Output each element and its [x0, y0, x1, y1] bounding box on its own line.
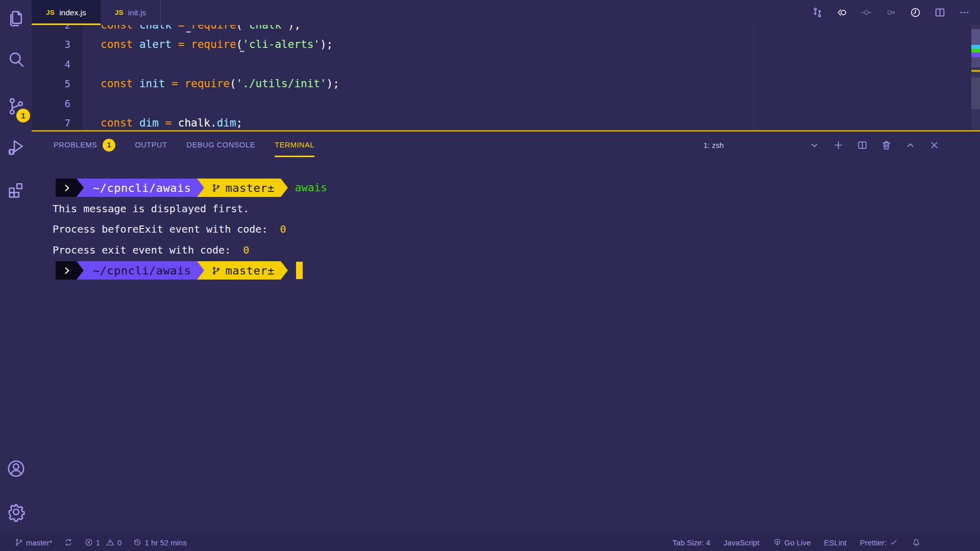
activity-bar: 1	[0, 0, 32, 534]
branch-icon	[14, 538, 23, 547]
activity-item-extensions[interactable]	[0, 178, 32, 202]
terminal-output-line: This message is displayed first.	[53, 198, 970, 219]
back-icon	[836, 6, 848, 19]
terminal-shell-label[interactable]: 1: zsh	[703, 132, 724, 158]
code-line: 4	[32, 55, 980, 74]
editor-actions	[811, 0, 971, 25]
tab-group: JSindex.jsJSinit.js	[32, 0, 160, 25]
error-icon	[84, 538, 93, 547]
code-lines: 2const chalk = require('chalk');3const a…	[32, 25, 980, 130]
code-text: const dim = chalk.dim;	[101, 117, 242, 129]
nav-back-icon[interactable]	[836, 6, 848, 19]
code-editor[interactable]: 2const chalk = require('chalk');3const a…	[32, 25, 980, 130]
bell-icon	[912, 538, 921, 547]
panel-tab-debug-console[interactable]: DEBUG CONSOLE	[187, 132, 255, 158]
source-control-badge: 1	[16, 109, 30, 122]
close-panel-button[interactable]	[928, 139, 940, 151]
prettier-status[interactable]: Prettier:	[860, 538, 898, 547]
activity-item-source-control[interactable]: 1	[0, 94, 32, 118]
prompt-branch: master±	[225, 182, 274, 194]
scrollbar-thumb[interactable]	[971, 78, 980, 109]
git-compare-icon[interactable]	[811, 6, 824, 19]
problem-dots: …	[186, 26, 191, 34]
files-icon	[6, 8, 27, 29]
tab-separator	[160, 0, 161, 25]
editor-panel-divider[interactable]	[32, 130, 980, 132]
clock-icon	[133, 538, 142, 547]
line-number: 6	[32, 98, 70, 109]
activity-item-account[interactable]	[0, 456, 32, 481]
more-icon	[958, 6, 971, 19]
editor-ruler	[753, 25, 754, 130]
activity-item-run-debug[interactable]	[0, 135, 32, 159]
panel-tab-label: DEBUG CONSOLE	[187, 141, 255, 149]
kill-terminal-button[interactable]	[880, 139, 892, 151]
new-terminal-button[interactable]	[832, 139, 844, 151]
terminal-panel[interactable]: PROBLEMS1OUTPUTDEBUG CONSOLETERMINAL 1: …	[32, 132, 980, 534]
status-left: master*101 hr 52 mins	[0, 538, 187, 547]
node-icon	[860, 6, 873, 19]
notifications-bell[interactable]	[912, 538, 921, 547]
terminal-picker-dropdown[interactable]	[808, 139, 820, 151]
vscode-window: { "colors": { "background": "#2D2B55", "…	[0, 0, 980, 551]
split-terminal-button[interactable]	[856, 139, 868, 151]
panel-tab-problems[interactable]: PROBLEMS1	[54, 132, 115, 158]
panel-tab-label: TERMINAL	[275, 141, 314, 149]
activity-item-settings[interactable]	[0, 499, 32, 524]
editor-tab-init.js[interactable]: JSinit.js	[101, 0, 160, 25]
nav-node-icon[interactable]	[860, 6, 873, 19]
split-icon	[856, 139, 868, 151]
tab-size-status[interactable]: Tab Size: 4	[672, 538, 710, 547]
check-icon	[889, 538, 898, 547]
code-text: const init = require('./utils/init');	[101, 78, 339, 90]
shell-prompt: ~/cpncli/awaismaster±	[56, 179, 288, 197]
overview-gold-mark	[971, 70, 980, 72]
prompt-git-segment: master±	[204, 179, 280, 197]
git-branch-status[interactable]: master*	[14, 538, 53, 547]
chev-down-icon	[808, 139, 820, 151]
prompt-chevron-icon	[63, 266, 71, 275]
account-icon	[6, 458, 27, 479]
shell-prompt: ~/cpncli/awaismaster±	[56, 261, 288, 280]
terminal-prompt-row: ~/cpncli/awaismaster±	[53, 260, 970, 281]
code-text: const alert = require('cli-alerts');	[101, 38, 333, 51]
warning-icon	[106, 538, 115, 547]
panel-tab-terminal[interactable]: TERMINAL	[275, 132, 314, 158]
go-live-button[interactable]: Go Live	[773, 538, 811, 547]
timer-icon[interactable]	[909, 6, 922, 19]
editor-tab-index.js[interactable]: JSindex.js	[32, 0, 101, 25]
eslint-status[interactable]: ESLint	[824, 538, 846, 547]
activity-item-explorer[interactable]	[0, 6, 32, 31]
line-number: 2	[32, 25, 70, 31]
language-mode-status[interactable]: JavaScript	[724, 538, 760, 547]
panel-tab-label: PROBLEMS	[54, 141, 97, 149]
nav-forward-icon[interactable]	[885, 6, 897, 19]
line-number: 5	[32, 78, 70, 89]
sync-button[interactable]	[64, 538, 73, 547]
prompt-chevron-segment	[56, 261, 77, 280]
code-line: 2const chalk = require('chalk');	[32, 25, 980, 35]
typed-command: awais	[295, 182, 327, 194]
prompt-branch: master±	[225, 264, 274, 277]
split-editor-icon[interactable]	[934, 6, 946, 19]
activity-item-search[interactable]	[0, 47, 32, 71]
problems-status[interactable]: 10	[84, 538, 122, 547]
overview-ruler[interactable]	[971, 25, 980, 130]
minimap-mark-cyan	[971, 45, 980, 49]
panel-actions	[808, 132, 940, 158]
sync-icon	[64, 538, 73, 547]
terminal-prompt-row: ~/cpncli/awaismaster±awais	[53, 178, 970, 198]
plus-icon	[832, 139, 844, 151]
prompt-chevron-icon	[63, 184, 71, 192]
chev-up-icon	[904, 139, 916, 151]
status-right: Tab Size: 4JavaScriptGo LiveESLintPretti…	[672, 538, 980, 547]
forward-icon	[885, 6, 897, 19]
panel-tab-output[interactable]: OUTPUT	[135, 132, 167, 158]
more-actions-icon[interactable]	[958, 6, 971, 19]
extensions-icon	[6, 180, 27, 201]
trash-icon	[880, 139, 892, 151]
close-icon	[928, 139, 940, 151]
maximize-panel-button[interactable]	[904, 139, 916, 151]
minimap-block	[971, 29, 980, 45]
time-tracker-status[interactable]: 1 hr 52 mins	[133, 538, 187, 547]
